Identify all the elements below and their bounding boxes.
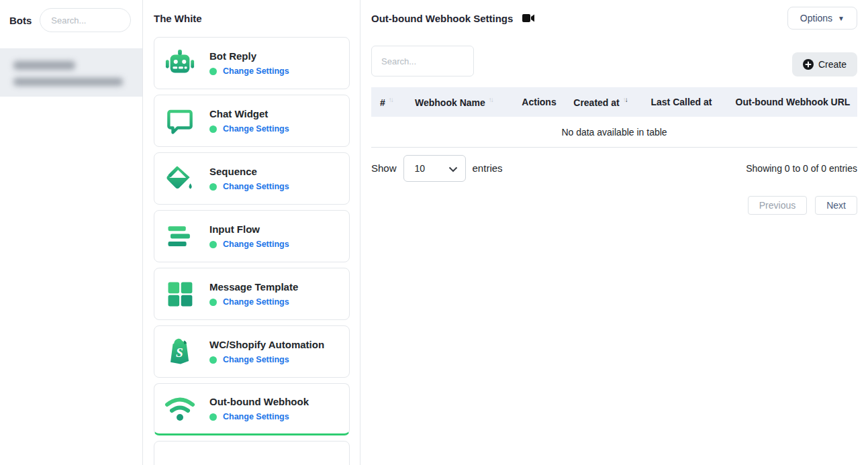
card-wc-shopify-automation[interactable]: S WC/Shopify Automation Change Settings (154, 325, 350, 378)
card-title: Bot Reply (209, 50, 289, 62)
column-header-webhook-name[interactable]: Webhook Name↑↓ (406, 87, 512, 117)
empty-table-row: No data available in table (371, 117, 857, 148)
grid-icon (164, 278, 196, 310)
column-label: Out-bound Webhook URL (736, 97, 851, 107)
page-length-select[interactable]: 10 (403, 155, 466, 182)
bot-settings-cards: Bot Reply Change Settings Chat Widget (154, 37, 349, 465)
card-message-template[interactable]: Message Template Change Settings (154, 268, 350, 320)
bots-sidebar-header: Bots (0, 0, 142, 40)
webhook-settings-panel: Out-bound Webhook Settings Options ▼ (360, 0, 868, 465)
table-header-row: #↑↓ Webhook Name↑↓ Actions Created at↑↓ … (371, 87, 857, 117)
column-label: Webhook Name (415, 97, 485, 108)
bot-list-item-selected[interactable] (0, 48, 142, 97)
app-window: Bots The White (0, 0, 868, 465)
column-label: Actions (522, 97, 556, 107)
column-label: Created at (573, 97, 619, 108)
card-chat-widget[interactable]: Chat Widget Change Settings (154, 95, 350, 147)
change-settings-link[interactable]: Change Settings (223, 66, 289, 76)
sort-icon: ↑↓ (389, 96, 393, 103)
column-header-created-at[interactable]: Created at↑↓ (566, 87, 634, 117)
options-button-label: Options (800, 13, 832, 23)
create-button-label: Create (818, 59, 847, 70)
card-out-bound-webhook[interactable]: Out-bound Webhook Change Settings (154, 383, 350, 435)
card-title: Out-bound Webhook (209, 396, 309, 407)
status-dot-icon (209, 413, 217, 421)
status-dot-icon (209, 299, 217, 306)
change-settings-link[interactable]: Change Settings (223, 182, 289, 191)
column-header-index[interactable]: #↑↓ (371, 87, 406, 117)
wifi-icon (164, 393, 196, 425)
column-label: Last Called at (650, 97, 712, 107)
status-dot-icon (209, 356, 217, 364)
robot-icon (164, 47, 196, 79)
show-label: Show (371, 162, 397, 174)
options-button[interactable]: Options ▼ (787, 7, 857, 30)
entries-label: entries (473, 162, 503, 174)
card-title: WC/Shopify Automation (209, 339, 324, 350)
chat-bubble-icon (164, 105, 196, 137)
webhooks-table: #↑↓ Webhook Name↑↓ Actions Created at↑↓ … (371, 87, 857, 148)
status-dot-icon (209, 183, 217, 191)
page-title: Out-bound Webhook Settings (371, 13, 513, 24)
redacted-bot-name (13, 61, 75, 70)
change-settings-link[interactable]: Change Settings (223, 124, 289, 134)
redacted-bot-phone (13, 78, 123, 86)
empty-message: No data available in table (371, 117, 857, 148)
entries-summary: Showing 0 to 0 of 0 entries (746, 163, 857, 174)
bots-title: Bots (9, 15, 32, 26)
card-title: Sequence (209, 166, 289, 177)
bots-search-input[interactable] (40, 8, 131, 32)
change-settings-link[interactable]: Change Settings (223, 412, 289, 421)
column-label: # (380, 97, 385, 108)
status-dot-icon (209, 68, 217, 75)
column-header-actions: Actions (512, 87, 566, 117)
card-title: Message Template (209, 281, 298, 293)
bot-settings-column: The White B (143, 0, 360, 465)
card-input-flow[interactable]: Input Flow Change Settings (154, 210, 350, 262)
bots-sidebar: Bots (0, 0, 143, 465)
caret-down-icon: ▼ (838, 15, 845, 22)
bot-name-title: The White (154, 0, 349, 24)
list-bars-icon (164, 220, 196, 252)
change-settings-link[interactable]: Change Settings (223, 240, 289, 249)
status-dot-icon (209, 125, 217, 133)
plus-circle-icon (803, 59, 814, 70)
change-settings-link[interactable]: Change Settings (223, 355, 289, 364)
webhook-search-input[interactable] (371, 46, 474, 76)
card-next-partial[interactable] (154, 441, 350, 465)
video-camera-icon (522, 13, 535, 23)
status-dot-icon (209, 241, 217, 248)
card-title: Input Flow (209, 223, 289, 235)
svg-text:S: S (176, 346, 183, 360)
card-sequence[interactable]: Sequence Change Settings (154, 152, 350, 205)
column-header-last-called-at: Last Called at (634, 87, 728, 117)
shopify-bag-icon: S (164, 335, 196, 368)
card-title: Chat Widget (209, 108, 289, 119)
column-header-webhook-url: Out-bound Webhook URL (728, 87, 857, 117)
change-settings-link[interactable]: Change Settings (223, 297, 289, 307)
previous-page-button[interactable]: Previous (748, 196, 807, 215)
create-button[interactable]: Create (792, 52, 857, 76)
sort-icon: ↑↓ (489, 96, 493, 103)
sort-icon-desc: ↑↓ (623, 96, 627, 103)
next-page-button[interactable]: Next (815, 196, 857, 215)
pagination: Previous Next (371, 196, 857, 215)
card-bot-reply[interactable]: Bot Reply Change Settings (154, 37, 350, 89)
paint-bucket-icon (164, 162, 196, 195)
